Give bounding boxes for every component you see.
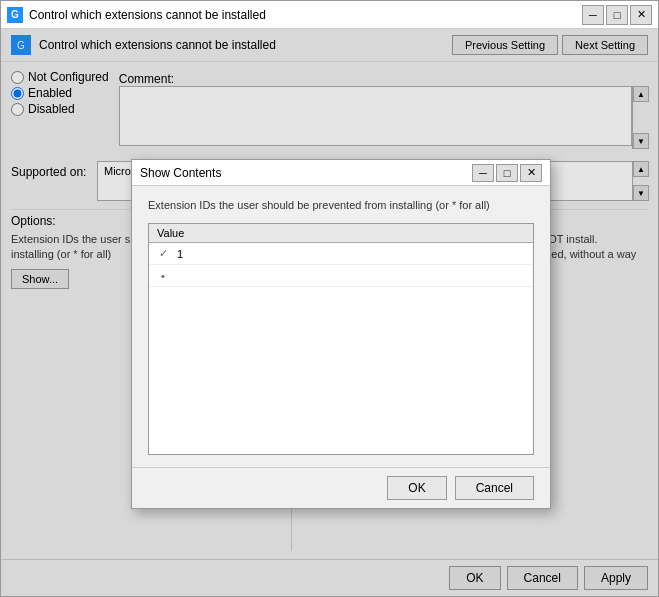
minimize-button[interactable]: ─ [582, 5, 604, 25]
modal-body: Extension IDs the user should be prevent… [132, 186, 550, 467]
close-button[interactable]: ✕ [630, 5, 652, 25]
modal-minimize-icon: ─ [479, 167, 487, 179]
show-contents-modal: Show Contents ─ □ ✕ [131, 159, 551, 509]
table-row: ✓ [149, 243, 533, 265]
table-body: ✓ • [149, 243, 533, 287]
value-column-header: Value [157, 227, 184, 239]
table-header: Value [149, 224, 533, 243]
modal-minimize-button[interactable]: ─ [472, 164, 494, 182]
modal-maximize-button[interactable]: □ [496, 164, 518, 182]
modal-title-bar: Show Contents ─ □ ✕ [132, 160, 550, 186]
minimize-icon: ─ [589, 9, 597, 21]
modal-ok-button[interactable]: OK [387, 476, 446, 500]
row-1-indicator: ✓ [153, 247, 173, 260]
row-2-indicator: • [153, 270, 173, 282]
row-2-input[interactable] [173, 269, 529, 283]
window-icon: G [7, 7, 23, 23]
window-controls: ─ □ ✕ [582, 5, 652, 25]
modal-cancel-button[interactable]: Cancel [455, 476, 534, 500]
maximize-button[interactable]: □ [606, 5, 628, 25]
main-content: G Control which extensions cannot be ins… [1, 29, 658, 596]
maximize-icon: □ [614, 9, 621, 21]
modal-maximize-icon: □ [504, 167, 511, 179]
modal-close-button[interactable]: ✕ [520, 164, 542, 182]
main-window: G Control which extensions cannot be ins… [0, 0, 659, 597]
modal-overlay: Show Contents ─ □ ✕ [1, 29, 658, 596]
modal-title: Show Contents [140, 166, 472, 180]
modal-controls: ─ □ ✕ [472, 164, 542, 182]
modal-footer: OK Cancel [132, 467, 550, 508]
close-icon: ✕ [637, 8, 646, 21]
values-table: Value ✓ • [148, 223, 534, 455]
row-1-input[interactable] [173, 247, 529, 261]
table-row: • [149, 265, 533, 287]
modal-description: Extension IDs the user should be prevent… [148, 198, 534, 213]
modal-close-icon: ✕ [527, 166, 536, 179]
window-title: Control which extensions cannot be insta… [29, 8, 582, 22]
title-bar: G Control which extensions cannot be ins… [1, 1, 658, 29]
